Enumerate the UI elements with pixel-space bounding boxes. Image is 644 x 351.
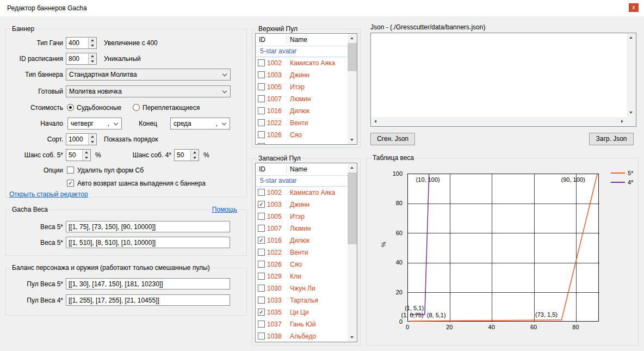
json-vertical-scrollbar[interactable] <box>627 33 636 117</box>
json-panel-title: Json - (./Gresscutter/data/banners.json) <box>370 23 485 31</box>
pool-row[interactable]: 1038Альбедо <box>256 330 348 342</box>
row-checkbox[interactable] <box>258 213 265 220</box>
backup-pool-scrollbar[interactable] <box>348 163 357 342</box>
json-editor[interactable] <box>370 33 636 127</box>
spinner-arrows-icon[interactable] <box>88 134 96 145</box>
row-checkbox[interactable] <box>258 273 265 280</box>
chance4-input[interactable] <box>175 150 190 161</box>
cost-intertwined-radio[interactable] <box>133 104 140 111</box>
scrollbar-thumb[interactable] <box>348 173 357 244</box>
row-checkbox[interactable] <box>258 143 265 144</box>
row-name: Чжун Ли <box>290 282 315 294</box>
svg-text:(73, 1,5): (73, 1,5) <box>535 311 558 318</box>
row-checkbox[interactable] <box>258 249 265 256</box>
pool-row[interactable]: 1003Джинн <box>256 199 348 211</box>
pool-row[interactable]: 1029Кли <box>256 270 348 282</box>
json-content[interactable] <box>371 33 627 117</box>
column-header-name[interactable]: Name <box>290 34 307 46</box>
scroll-down-icon[interactable] <box>627 108 636 117</box>
row-checkbox[interactable] <box>258 321 265 328</box>
pool-row[interactable]: 1022Венти <box>256 247 348 258</box>
row-checkbox[interactable] <box>258 131 265 138</box>
spinner-arrows-icon[interactable] <box>190 150 199 161</box>
upper-pool-scrollbar[interactable] <box>348 34 357 144</box>
svg-text:(1, 5,1): (1, 5,1) <box>405 305 424 311</box>
pool4-input[interactable] <box>66 294 230 306</box>
row-checkbox[interactable] <box>258 225 265 232</box>
column-header-id[interactable]: ID <box>259 34 265 46</box>
scroll-up-icon[interactable] <box>348 163 357 173</box>
weights5b-input[interactable] <box>66 237 230 248</box>
pool-row[interactable]: 1002Камисато Аяка <box>256 187 348 199</box>
scroll-up-icon[interactable] <box>348 34 357 43</box>
row-checkbox[interactable] <box>258 83 265 90</box>
row-checkbox[interactable] <box>258 261 265 268</box>
chevron-down-icon <box>222 89 227 93</box>
pool-row[interactable]: 1007Люмин <box>256 93 348 105</box>
pool-row[interactable]: 1022Венти <box>256 117 348 129</box>
schedule-id-input[interactable] <box>66 53 88 64</box>
weights5-input[interactable] <box>66 221 230 232</box>
backup-pool-header: ID Name <box>256 163 348 176</box>
row-checkbox[interactable] <box>258 332 265 340</box>
row-name: Люмин <box>290 223 311 235</box>
gacha-type-input[interactable] <box>66 38 88 48</box>
pool-row[interactable]: 1005Итэр <box>256 211 348 223</box>
pool-row[interactable]: 1029Кли <box>256 141 348 144</box>
chart-plot-area: (10, 100)(90, 100)(1, 5,1)(1, 0,75)(8, 5… <box>407 174 599 322</box>
column-header-id[interactable]: ID <box>259 163 265 175</box>
spinner-arrows-icon[interactable] <box>88 53 96 64</box>
row-name: Альбедо <box>290 330 316 342</box>
row-checkbox[interactable] <box>258 119 265 126</box>
row-checkbox[interactable] <box>258 297 265 304</box>
auto-return-checkbox[interactable] <box>67 180 74 187</box>
generate-json-button[interactable]: Сген. Json <box>370 133 415 145</box>
scroll-right-icon[interactable] <box>617 117 627 126</box>
sort-input[interactable] <box>66 134 88 145</box>
pool-row[interactable]: 1007Люмин <box>256 223 348 235</box>
close-icon[interactable]: x <box>629 3 639 12</box>
pool-row[interactable]: 1002Камисато Аяка <box>256 57 348 69</box>
pool-row[interactable]: 1005Итэр <box>256 81 348 93</box>
load-json-button[interactable]: Загр. Json <box>589 133 634 145</box>
banner-type-select[interactable]: Стандартная Молитва <box>66 69 231 81</box>
gacha-type-label: Тип Гачи <box>6 37 63 49</box>
start-day-select[interactable]: четверг , <box>67 118 122 130</box>
row-checkbox[interactable] <box>258 71 265 78</box>
pool-row[interactable]: 1026Сяо <box>256 129 348 141</box>
spinner-arrows-icon[interactable] <box>82 150 90 161</box>
end-day-select[interactable]: среда , <box>170 118 230 130</box>
scroll-down-icon[interactable] <box>348 135 357 144</box>
pool-row[interactable]: 1035Ци Ци <box>256 306 348 318</box>
row-checkbox[interactable] <box>258 201 265 208</box>
scroll-up-icon[interactable] <box>627 33 636 42</box>
pool-row[interactable]: 1003Джинн <box>256 69 348 81</box>
scrollbar-thumb[interactable] <box>348 43 357 71</box>
chance5-input[interactable] <box>66 150 82 161</box>
pool5-input[interactable] <box>66 278 230 290</box>
scroll-down-icon[interactable] <box>348 332 357 342</box>
pool-row[interactable]: 1016Дилюк <box>256 105 348 117</box>
pool-row[interactable]: 1037Гань Юй <box>256 318 348 330</box>
row-checkbox[interactable] <box>258 107 265 114</box>
row-checkbox[interactable] <box>258 95 265 102</box>
row-checkbox[interactable] <box>258 189 265 196</box>
scroll-left-icon[interactable] <box>371 117 380 126</box>
row-checkbox[interactable] <box>258 237 265 244</box>
prefab-select[interactable]: Молитва новичка <box>66 85 231 97</box>
pool-row[interactable]: 1016Дилюк <box>256 235 348 247</box>
cost-fate-radio[interactable] <box>67 104 74 111</box>
open-old-editor-link[interactable]: Открыть старый редактор <box>9 190 88 198</box>
pool-row[interactable]: 1033Тарталья <box>256 294 348 306</box>
row-checkbox[interactable] <box>258 59 265 66</box>
row-checkbox[interactable] <box>258 309 265 316</box>
row-name: Итэр <box>290 211 305 223</box>
column-header-name[interactable]: Name <box>290 163 307 175</box>
help-link[interactable]: Помощь <box>210 206 239 213</box>
pool-row[interactable]: 1030Чжун Ли <box>256 282 348 294</box>
row-checkbox[interactable] <box>258 285 265 292</box>
remove-pool-checkbox[interactable] <box>67 167 74 174</box>
json-horizontal-scrollbar[interactable] <box>371 117 627 126</box>
spinner-arrows-icon[interactable] <box>88 38 96 48</box>
pool-row[interactable]: 1026Сяо <box>256 258 348 270</box>
